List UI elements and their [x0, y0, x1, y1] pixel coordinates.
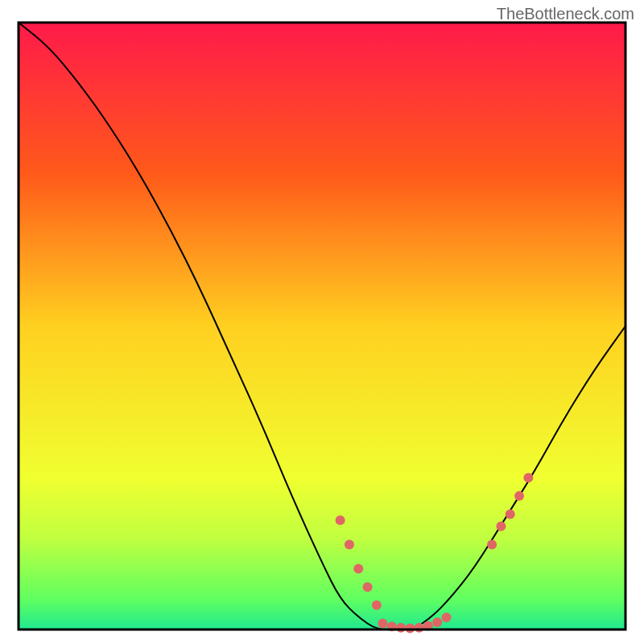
data-marker	[496, 522, 506, 531]
data-marker	[432, 617, 442, 627]
data-marker	[353, 564, 363, 574]
gradient-background	[19, 23, 625, 630]
data-marker	[372, 601, 382, 610]
bottleneck-chart	[0, 0, 644, 644]
data-marker	[378, 618, 387, 628]
data-marker	[405, 623, 415, 633]
data-marker	[396, 623, 406, 633]
data-marker	[514, 491, 524, 501]
data-marker	[487, 539, 497, 549]
data-marker	[415, 623, 424, 633]
data-marker	[345, 539, 354, 549]
watermark-text: TheBottleneck.com	[497, 5, 634, 23]
data-marker	[506, 510, 515, 519]
data-marker	[363, 582, 373, 592]
data-marker	[336, 515, 345, 525]
chart-container: TheBottleneck.com	[0, 0, 644, 644]
data-marker	[442, 613, 452, 622]
data-marker	[523, 473, 533, 483]
